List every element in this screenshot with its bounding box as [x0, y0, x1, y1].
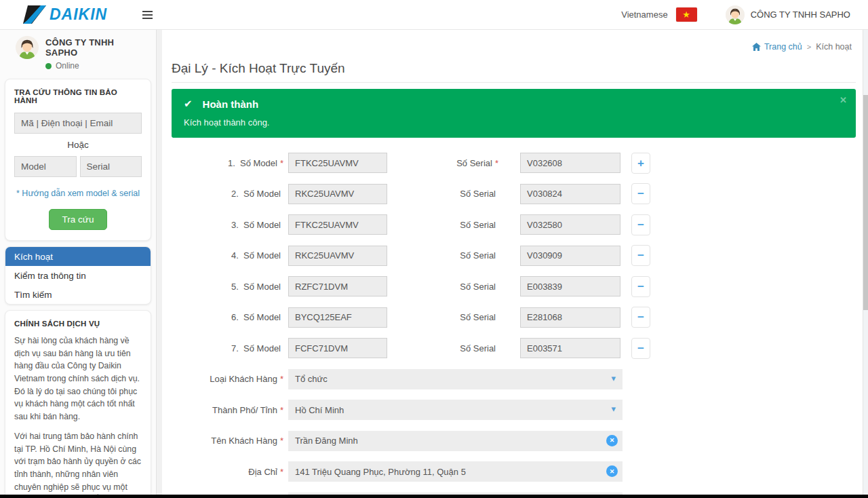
product-row-2: 2. Số Model Số Serial − — [172, 184, 856, 204]
serial-input-2[interactable] — [520, 184, 620, 204]
serial-input-7[interactable] — [520, 338, 620, 358]
sidebar-avatar — [16, 36, 39, 59]
brand-text: DAIKIN — [50, 5, 107, 24]
daikin-logo-mark — [23, 5, 46, 24]
clear-input-icon[interactable]: ✕ — [606, 435, 618, 446]
city-label: Thành Phố/ Tỉnh* — [172, 405, 283, 415]
close-icon[interactable]: ✕ — [840, 95, 847, 105]
city-row: Thành Phố/ Tỉnh* Hồ Chí Minh ▾ — [172, 400, 856, 420]
model-input-6[interactable] — [288, 307, 387, 328]
lookup-submit-button[interactable]: Tra cứu — [49, 209, 108, 230]
serial-label: Số Serial — [387, 220, 498, 230]
remove-row-button[interactable]: − — [631, 276, 650, 297]
daikin-logo[interactable]: DAIKIN — [23, 5, 107, 24]
minus-icon: − — [637, 281, 644, 292]
add-row-button[interactable]: + — [631, 153, 650, 174]
sidebar-item-kiem-tra-thong-tin[interactable]: Kiểm tra thông tin — [5, 266, 151, 285]
lookup-search-input[interactable] — [14, 113, 142, 134]
model-label: 2. Số Model — [172, 189, 283, 199]
address-input[interactable]: 141 Triệu Quang Phục, Phường 11, Quận 5 … — [288, 461, 623, 482]
top-bar: DAIKIN Vietnamese ★ CÔNG TY — [0, 0, 868, 30]
customer-name-input[interactable]: Trần Đăng Minh ✕ — [288, 431, 623, 451]
user-avatar — [726, 5, 745, 24]
serial-input-5[interactable] — [520, 276, 620, 296]
plus-icon: + — [637, 157, 644, 169]
home-icon — [752, 43, 761, 51]
minus-icon: − — [637, 311, 644, 323]
remove-row-button[interactable]: − — [631, 307, 650, 328]
service-policy-card: CHÍNH SÁCH DỊCH VỤ Sự hài lòng của khách… — [5, 310, 151, 498]
product-row-7: 7. Số Model Số Serial − — [172, 338, 856, 358]
top-user-name: CÔNG TY TNHH SAPHO — [751, 9, 850, 20]
check-icon: ✔ — [184, 98, 193, 110]
language-label: Vietnamese — [621, 9, 667, 20]
sidebar-user-panel: CÔNG TY TNHH SAPHO Online — [5, 30, 151, 76]
vietnam-flag-icon[interactable]: ★ — [676, 7, 697, 22]
product-row-6: 6. Số Model Số Serial − — [172, 307, 856, 328]
page: DAIKIN Vietnamese ★ CÔNG TY — [0, 0, 868, 498]
serial-input-1[interactable] — [520, 153, 620, 173]
minus-icon: − — [637, 343, 644, 354]
customer-type-row: Loại Khách Hàng* Tổ chức ▾ — [172, 369, 856, 389]
serial-label: Số Serial — [387, 189, 498, 199]
model-lookup-input[interactable] — [14, 156, 77, 177]
remove-row-button[interactable]: − — [631, 183, 650, 204]
address-label: Địa Chỉ* — [172, 467, 283, 477]
sidebar-item-tim-kiem[interactable]: Tìm kiếm — [5, 285, 151, 304]
online-status-dot — [45, 63, 52, 69]
model-input-5[interactable] — [288, 276, 387, 296]
customer-type-label: Loại Khách Hàng* — [172, 374, 283, 384]
model-input-3[interactable] — [288, 214, 387, 235]
breadcrumb-current: Kích hoạt — [816, 42, 852, 52]
customer-type-select[interactable]: Tổ chức ▾ — [288, 369, 623, 389]
remove-row-button[interactable]: − — [631, 214, 650, 235]
serial-label: Số Serial — [387, 343, 498, 353]
page-title: Đại Lý - Kích Hoạt Trực Tuyến — [172, 61, 856, 83]
sidebar-item-kich-hoat[interactable]: Kích hoạt — [5, 247, 151, 266]
policy-paragraph: Với hai trung tâm bảo hành chính tại TP.… — [14, 430, 142, 498]
serial-input-6[interactable] — [520, 307, 620, 328]
serial-label: Số Serial — [387, 312, 498, 322]
lookup-title: TRA CỨU THÔNG TIN BẢO HÀNH — [14, 88, 142, 104]
model-serial-guide-link[interactable]: * Hướng dẫn xem model & serial — [14, 189, 142, 198]
model-input-4[interactable] — [288, 246, 387, 266]
product-row-5: 5. Số Model Số Serial − — [172, 276, 856, 296]
clear-input-icon[interactable]: ✕ — [606, 465, 618, 477]
bottom-edge-strip — [0, 495, 868, 498]
minus-icon: − — [637, 219, 644, 231]
model-label: 1. Số Model* — [172, 158, 283, 168]
sidebar-menu: Kích hoạt Kiểm tra thông tin Tìm kiếm — [5, 246, 151, 305]
scrollbar-thumb[interactable] — [863, 95, 868, 310]
customer-name-label: Tên Khách Hàng* — [172, 436, 283, 446]
remove-row-button[interactable]: − — [631, 245, 650, 266]
sidebar: CÔNG TY TNHH SAPHO Online TRA CỨU THÔNG … — [0, 30, 157, 498]
remove-row-button[interactable]: − — [631, 338, 650, 359]
alert-title: Hoàn thành — [203, 98, 259, 110]
product-row-3: 3. Số Model Số Serial − — [172, 214, 856, 235]
online-status-label: Online — [56, 61, 79, 71]
breadcrumb-home-link[interactable]: Trang chủ — [752, 42, 802, 52]
serial-label: Số Serial* — [387, 158, 498, 168]
customer-name-row: Tên Khách Hàng* Trần Đăng Minh ✕ — [172, 431, 856, 451]
breadcrumb: Trang chủ > Kích hoạt — [752, 42, 852, 52]
success-alert: ✔ Hoàn thành Kích hoạt thành công. ✕ — [172, 89, 856, 138]
user-menu[interactable]: CÔNG TY TNHH SAPHO — [726, 5, 850, 24]
alert-message: Kích hoạt thành công. — [184, 117, 844, 128]
model-label: 7. Số Model — [172, 343, 283, 353]
model-input-2[interactable] — [288, 184, 387, 204]
model-input-1[interactable] — [288, 153, 387, 173]
city-select[interactable]: Hồ Chí Minh ▾ — [288, 400, 623, 420]
caret-down-icon: ▾ — [611, 404, 616, 414]
model-input-7[interactable] — [288, 338, 387, 358]
serial-lookup-input[interactable] — [80, 156, 142, 177]
model-label: 4. Số Model — [172, 250, 283, 261]
address-row: Địa Chỉ* 141 Triệu Quang Phục, Phường 11… — [172, 461, 856, 482]
sidebar-user-name: CÔNG TY TNHH SAPHO — [45, 37, 147, 58]
model-label: 3. Số Model — [172, 220, 283, 230]
model-label: 6. Số Model — [172, 312, 283, 322]
hamburger-icon[interactable] — [140, 9, 155, 21]
caret-down-icon: ▾ — [611, 373, 616, 383]
serial-input-3[interactable] — [520, 214, 620, 235]
serial-input-4[interactable] — [520, 246, 620, 266]
minus-icon: − — [637, 250, 644, 261]
